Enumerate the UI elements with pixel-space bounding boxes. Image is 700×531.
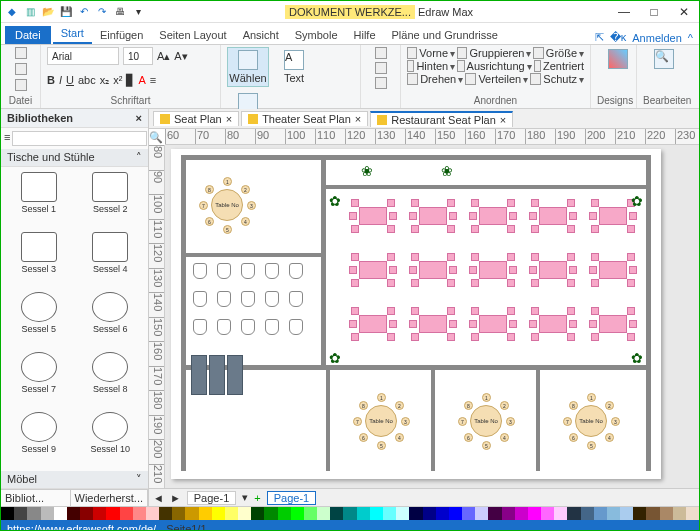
italic-button[interactable]: I <box>59 74 62 86</box>
color-swatch[interactable] <box>317 507 330 520</box>
qat-more-icon[interactable]: ▾ <box>131 5 145 19</box>
shape-item[interactable]: Sessel 9 <box>4 410 74 468</box>
color-swatch[interactable] <box>686 507 699 520</box>
underline-button[interactable]: U <box>66 74 74 86</box>
color-swatch[interactable] <box>1 507 14 520</box>
rect-table[interactable] <box>529 253 577 287</box>
color-swatch[interactable] <box>370 507 383 520</box>
redo-icon[interactable]: ↷ <box>95 5 109 19</box>
color-swatch[interactable] <box>93 507 106 520</box>
color-swatch[interactable] <box>594 507 607 520</box>
shape-item[interactable]: Sessel 10 <box>76 410 146 468</box>
library-search-input[interactable] <box>12 131 147 146</box>
close-tab-icon[interactable]: × <box>500 114 506 126</box>
doc-tab[interactable]: Theater Seat Plan× <box>241 111 368 126</box>
color-swatch[interactable] <box>264 507 277 520</box>
toilet[interactable] <box>289 263 303 279</box>
color-swatch[interactable] <box>172 507 185 520</box>
shape-item[interactable]: Sessel 1 <box>4 170 74 228</box>
round-table[interactable]: Table No12345678 <box>563 393 619 449</box>
color-swatch[interactable] <box>633 507 646 520</box>
rotate-icon[interactable] <box>407 73 418 85</box>
undo-icon[interactable]: ↶ <box>77 5 91 19</box>
library-category-moebel[interactable]: Möbel˅ <box>1 471 148 489</box>
color-swatch[interactable] <box>251 507 264 520</box>
color-swatch[interactable] <box>291 507 304 520</box>
print-icon[interactable]: 🖶 <box>113 5 127 19</box>
fontcolor-icon[interactable]: A <box>138 74 145 86</box>
color-swatch[interactable] <box>449 507 462 520</box>
close-button[interactable]: ✕ <box>673 5 695 19</box>
toilet[interactable] <box>193 263 207 279</box>
bold-button[interactable]: B <box>47 74 55 86</box>
tab-pagelayout[interactable]: Seiten Layout <box>151 26 234 44</box>
color-swatch[interactable] <box>620 507 633 520</box>
color-swatch[interactable] <box>27 507 40 520</box>
cut-icon[interactable] <box>15 63 27 75</box>
color-swatch[interactable] <box>581 507 594 520</box>
color-swatch[interactable] <box>673 507 686 520</box>
color-swatch[interactable] <box>106 507 119 520</box>
color-swatch[interactable] <box>567 507 580 520</box>
shape-item[interactable]: Sessel 4 <box>76 230 146 288</box>
color-swatch[interactable] <box>554 507 567 520</box>
front-icon[interactable] <box>407 47 417 59</box>
rect-table[interactable] <box>469 253 517 287</box>
cabinet[interactable] <box>227 355 243 395</box>
toilet[interactable] <box>241 319 255 335</box>
color-swatch[interactable] <box>304 507 317 520</box>
color-swatch[interactable] <box>54 507 67 520</box>
highlight-icon[interactable]: ▊ <box>126 74 134 87</box>
toilet[interactable] <box>289 319 303 335</box>
color-swatch[interactable] <box>343 507 356 520</box>
rect-table[interactable] <box>409 307 457 341</box>
color-swatch[interactable] <box>41 507 54 520</box>
protect-icon[interactable] <box>530 73 541 85</box>
cabinet[interactable] <box>209 355 225 395</box>
open-icon[interactable]: 📂 <box>41 5 55 19</box>
toilet[interactable] <box>241 291 255 307</box>
color-swatch[interactable] <box>528 507 541 520</box>
library-menu-icon[interactable]: ≡ <box>4 131 10 146</box>
select-tool[interactable]: Wählen <box>227 47 269 87</box>
color-swatch[interactable] <box>646 507 659 520</box>
sidebar-tab-restore[interactable]: Wiederherst... <box>71 490 148 506</box>
rect-table[interactable] <box>349 253 397 287</box>
shape-item[interactable]: Sessel 6 <box>76 290 146 348</box>
rect-table[interactable] <box>469 199 517 233</box>
color-swatch[interactable] <box>238 507 251 520</box>
color-swatch[interactable] <box>515 507 528 520</box>
color-swatch[interactable] <box>409 507 422 520</box>
size-icon[interactable] <box>533 47 543 59</box>
color-swatch[interactable] <box>159 507 172 520</box>
grow-font-icon[interactable]: A▴ <box>157 50 170 63</box>
font-family-select[interactable] <box>47 47 119 65</box>
toilet[interactable] <box>265 319 279 335</box>
rect-tool-icon[interactable] <box>375 62 387 74</box>
designs-button[interactable] <box>597 47 639 71</box>
toilet[interactable] <box>265 263 279 279</box>
close-library-icon[interactable]: × <box>136 112 142 124</box>
color-swatch[interactable] <box>133 507 146 520</box>
shape-item[interactable]: Sessel 2 <box>76 170 146 228</box>
sup-button[interactable]: x² <box>113 74 122 86</box>
signin-link[interactable]: Anmelden <box>632 32 682 44</box>
line-tool-icon[interactable] <box>375 47 387 59</box>
color-swatch[interactable] <box>396 507 409 520</box>
new-icon[interactable]: ▥ <box>23 5 37 19</box>
tab-symbols[interactable]: Symbole <box>287 26 346 44</box>
strike-button[interactable]: abc <box>78 74 96 86</box>
center-icon[interactable] <box>534 60 541 72</box>
rect-table[interactable] <box>349 307 397 341</box>
shape-item[interactable]: Sessel 8 <box>76 350 146 408</box>
shape-item[interactable]: Sessel 3 <box>4 230 74 288</box>
round-table[interactable]: Table No12345678 <box>458 393 514 449</box>
color-bar[interactable] <box>1 506 699 520</box>
shape-item[interactable]: Sessel 7 <box>4 350 74 408</box>
canvas[interactable]: Table No12345678 ✿ ✿ ✿ ✿ ❀ ❀ <box>165 145 700 488</box>
rect-table[interactable] <box>589 307 637 341</box>
color-swatch[interactable] <box>462 507 475 520</box>
color-swatch[interactable] <box>488 507 501 520</box>
collapse-ribbon-icon[interactable]: ^ <box>688 32 693 44</box>
color-swatch[interactable] <box>199 507 212 520</box>
